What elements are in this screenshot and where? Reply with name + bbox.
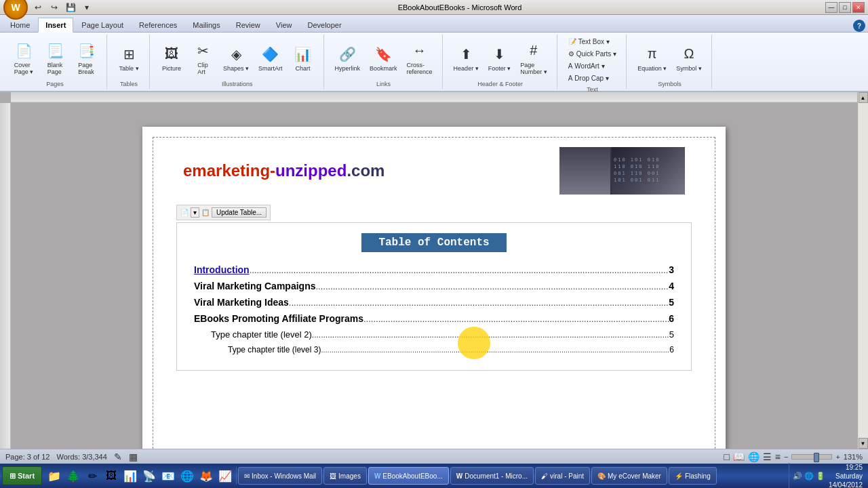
taskbar-ppt-icon[interactable]: 📊 bbox=[121, 467, 139, 485]
links-label: Links bbox=[376, 79, 391, 87]
chart-button[interactable]: 📊 Chart bbox=[288, 41, 318, 75]
blank-page-button[interactable]: 📃 BlankPage bbox=[40, 37, 70, 78]
draft-icon[interactable]: ≡ bbox=[775, 451, 781, 462]
zoom-slider[interactable] bbox=[791, 454, 832, 460]
site-url: emarketing-unzipped.com bbox=[183, 161, 384, 180]
scrollbar-vertical[interactable]: ▲ ▼ bbox=[857, 92, 868, 449]
header-image: 010 101 010110 010 110001 110 001101 001… bbox=[559, 147, 685, 195]
picture-button[interactable]: 🖼 Picture bbox=[157, 41, 186, 75]
maximize-button[interactable]: □ bbox=[839, 2, 851, 13]
footer-button[interactable]: ⬇ Footer ▾ bbox=[484, 41, 515, 75]
quick-parts-button[interactable]: ⚙Quick Parts ▾ bbox=[564, 48, 620, 60]
scroll-down-button[interactable]: ▼ bbox=[859, 438, 868, 449]
scroll-up-button[interactable]: ▲ bbox=[859, 92, 868, 103]
taskbar-tree-icon[interactable]: 🌲 bbox=[64, 467, 82, 485]
toc-page-4: 6 bbox=[669, 313, 674, 324]
bookmark-button[interactable]: 🔖 Bookmark bbox=[366, 41, 401, 75]
paint-label: viral - Paint bbox=[550, 472, 584, 480]
taskbar-photo-icon[interactable]: 🖼 bbox=[102, 467, 120, 485]
update-table-button[interactable]: Update Table... bbox=[212, 207, 267, 218]
tab-developer[interactable]: Developer bbox=[300, 18, 349, 32]
smartart-button[interactable]: 🔷 SmartArt bbox=[254, 41, 287, 75]
zoom-out-btn[interactable]: − bbox=[784, 453, 788, 461]
scroll-track[interactable] bbox=[859, 103, 868, 438]
clip-art-button[interactable]: ✂ ClipArt bbox=[188, 37, 218, 78]
shapes-button[interactable]: ◈ Shapes ▾ bbox=[219, 41, 253, 75]
cross-reference-button[interactable]: ↔ Cross-reference bbox=[403, 37, 437, 78]
layout-view-icon[interactable]: ▦ bbox=[129, 451, 138, 462]
ribbon-group-symbols: π Equation ▾ Ω Symbol ▾ Symbols bbox=[628, 35, 712, 89]
ribbon-group-text: 📝Text Box ▾ ⚙Quick Parts ▾ AWordArt ▾ AD… bbox=[559, 35, 627, 89]
save-quick-button[interactable]: 💾 bbox=[63, 0, 78, 15]
tab-references[interactable]: References bbox=[132, 18, 184, 32]
toc-dropdown-btn[interactable]: ▾ bbox=[191, 207, 199, 218]
outline-icon[interactable]: ☰ bbox=[763, 451, 772, 462]
toc-link-introduction[interactable]: Introduction bbox=[194, 264, 250, 275]
wordart-button[interactable]: AWordArt ▾ bbox=[564, 60, 620, 72]
web-layout-icon[interactable]: 🌐 bbox=[748, 451, 760, 462]
ecover-icon: 🎨 bbox=[597, 472, 606, 480]
help-button[interactable]: ? bbox=[853, 20, 865, 32]
title-bar: W ↩ ↪ 💾 ▾ EBookAboutEBooks - Microsoft W… bbox=[0, 0, 868, 15]
tab-mailings[interactable]: Mailings bbox=[185, 18, 227, 32]
close-button[interactable]: ✕ bbox=[852, 2, 865, 13]
undo-button[interactable]: ↩ bbox=[31, 0, 45, 15]
taskbar-btn-inbox[interactable]: ✉ Inbox - Windows Mail bbox=[238, 467, 322, 485]
page-number-button[interactable]: # PageNumber ▾ bbox=[516, 37, 551, 78]
cover-page-button[interactable]: 📄 CoverPage ▾ bbox=[9, 37, 39, 78]
toc-title-5: Type chapter title (level 2) bbox=[211, 329, 312, 340]
tab-home[interactable]: Home bbox=[3, 18, 37, 32]
start-button[interactable]: ⊞ Start bbox=[2, 466, 42, 485]
extra-button[interactable]: ▾ bbox=[79, 0, 94, 15]
symbol-icon: Ω bbox=[678, 43, 700, 65]
tab-page-layout[interactable]: Page Layout bbox=[74, 18, 131, 32]
tray-icon-2: 🌐 bbox=[804, 472, 814, 481]
toc-page-2: 4 bbox=[669, 281, 674, 291]
page-info: Page: 3 of 12 bbox=[5, 453, 50, 461]
taskbar-chart-icon[interactable]: 📈 bbox=[216, 467, 234, 485]
toc-page-3: 5 bbox=[669, 297, 674, 308]
table-button[interactable]: ⊞ Table ▾ bbox=[114, 41, 144, 75]
taskbar-pen-icon[interactable]: ✏ bbox=[83, 467, 101, 485]
taskbar-ie-icon[interactable]: 🌐 bbox=[178, 467, 196, 485]
taskbar-btn-ecover[interactable]: 🎨 My eCover Maker bbox=[591, 467, 667, 485]
zoom-thumb[interactable] bbox=[814, 453, 819, 462]
pages-buttons: 📄 CoverPage ▾ 📃 BlankPage 📑 PageBreak bbox=[9, 36, 101, 79]
taskbar-explorer-icon[interactable]: 📁 bbox=[45, 467, 63, 485]
toc-dots-4: ........................................… bbox=[363, 314, 669, 324]
tab-insert[interactable]: Insert bbox=[38, 18, 73, 33]
print-layout-icon[interactable]: □ bbox=[724, 451, 729, 462]
office-button[interactable]: W bbox=[3, 0, 28, 20]
tab-view[interactable]: View bbox=[269, 18, 300, 32]
header-button[interactable]: ⬆ Header ▾ bbox=[450, 41, 483, 75]
header-footer-buttons: ⬆ Header ▾ ⬇ Footer ▾ # PageNumber ▾ bbox=[450, 36, 551, 79]
track-changes-icon[interactable]: ✎ bbox=[114, 451, 122, 462]
url-purple-part: unzipped bbox=[275, 161, 347, 180]
text-buttons: 📝Text Box ▾ ⚙Quick Parts ▾ AWordArt ▾ AD… bbox=[564, 36, 620, 84]
status-left: Page: 3 of 12 Words: 3/3,344 ✎ ▦ bbox=[5, 451, 138, 462]
page-break-button[interactable]: 📑 PageBreak bbox=[71, 37, 101, 78]
equation-button[interactable]: π Equation ▾ bbox=[633, 41, 671, 75]
taskbar-btn-images[interactable]: 🖼 Images bbox=[323, 467, 367, 485]
taskbar-btn-doc1[interactable]: W Document1 - Micro... bbox=[450, 467, 534, 485]
tab-review[interactable]: Review bbox=[229, 18, 268, 32]
text-box-button[interactable]: 📝Text Box ▾ bbox=[564, 36, 620, 47]
symbol-button[interactable]: Ω Symbol ▾ bbox=[672, 41, 706, 75]
toc-title-4: EBooks Promoting Affiliate Programs bbox=[194, 313, 363, 324]
drop-cap-button[interactable]: ADrop Cap ▾ bbox=[564, 73, 620, 84]
minimize-button[interactable]: — bbox=[825, 2, 837, 13]
zoom-in-btn[interactable]: + bbox=[835, 453, 840, 461]
taskbar-firefox-icon[interactable]: 🦊 bbox=[197, 467, 215, 485]
ribbon-tab-bar: Home Insert Page Layout References Maili… bbox=[0, 15, 868, 33]
footer-icon: ⬇ bbox=[488, 43, 510, 65]
taskbar-btn-flashing[interactable]: ⚡ Flashing bbox=[669, 467, 717, 485]
taskbar-btn-paint[interactable]: 🖌 viral - Paint bbox=[535, 467, 590, 485]
taskbar-btn-word-active[interactable]: W EBookAboutEBoo... bbox=[368, 467, 449, 485]
hyperlink-button[interactable]: 🔗 Hyperlink bbox=[331, 41, 365, 75]
toc-doc-icon: 📄 bbox=[180, 209, 189, 216]
redo-button[interactable]: ↪ bbox=[47, 0, 62, 15]
full-reading-icon[interactable]: 📖 bbox=[733, 451, 745, 462]
taskbar-rss-icon[interactable]: 📡 bbox=[140, 467, 158, 485]
taskbar-mail2-icon[interactable]: 📧 bbox=[159, 467, 177, 485]
ecover-label: My eCover Maker bbox=[608, 472, 661, 480]
